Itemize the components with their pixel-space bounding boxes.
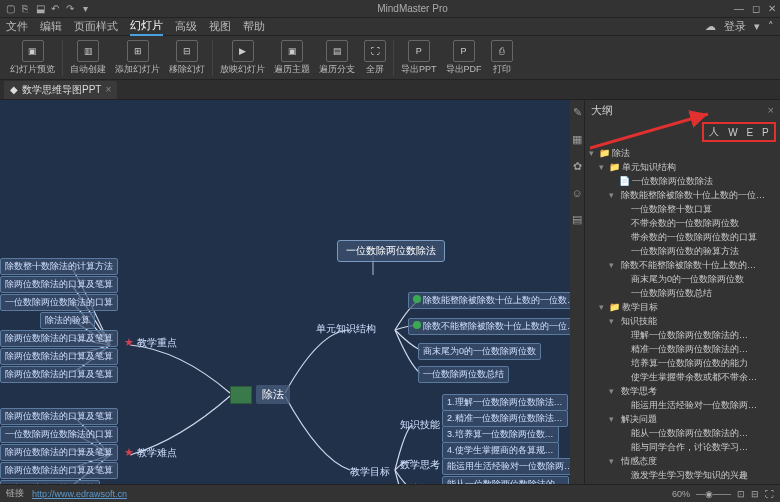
ribbon-slide-preview[interactable]: ▣幻灯片预览 (6, 38, 59, 78)
mindmap-node[interactable]: 2.精准一位数除两位数除法… (442, 410, 568, 427)
fit-width-icon[interactable]: ⊟ (751, 489, 759, 499)
outline-row[interactable]: ▾情感态度 (589, 454, 776, 468)
ribbon-browse-branch[interactable]: ▤遍历分支 (315, 38, 359, 78)
outline-row[interactable]: 📄一位数除两位数除法 (589, 174, 776, 188)
outline-row[interactable]: 精准一位数除两位数除法的… (589, 342, 776, 356)
qat-redo-icon[interactable]: ↷ (64, 3, 76, 15)
outline-tool-person[interactable]: 人 (709, 125, 719, 139)
branch-teaching-goal[interactable]: 教学目标 (350, 465, 390, 479)
subgroup-label[interactable]: 解决问题 (400, 482, 440, 484)
outline-row[interactable]: 一位数除整十数口算 (589, 202, 776, 216)
sidebar-icons-icon[interactable]: ☺ (571, 187, 582, 199)
mindmap-node[interactable]: 能从一位数除两位数除法的… (442, 476, 569, 484)
mindmap-node[interactable]: 除两位数除法的口算及笔算 (0, 366, 118, 383)
ribbon-remove-slide[interactable]: ⊟移除幻灯 (165, 38, 209, 78)
chevron-down-icon[interactable]: ▾ (754, 20, 760, 33)
outline-row[interactable]: 一位数除两位数的验算方法 (589, 244, 776, 258)
status-url-link[interactable]: http://www.edrawsoft.cn (32, 489, 127, 499)
outline-row[interactable]: 能与同学合作，讨论数学习… (589, 440, 776, 454)
outline-row[interactable]: ▾数学思考 (589, 384, 776, 398)
fullscreen-icon[interactable]: ⛶ (765, 489, 774, 499)
mindmap-node[interactable]: 除两位数除法的口算及笔算 (0, 348, 118, 365)
mindmap-node[interactable]: 除两位数除法的口算及笔算 (0, 408, 118, 425)
outline-row[interactable]: ▾📁除法 (589, 146, 776, 160)
outline-row[interactable]: ▾知识技能 (589, 314, 776, 328)
branch-teaching-difficulty[interactable]: ★ 教学难点 (124, 446, 177, 460)
mindmap-node[interactable]: 除两位数除法的口算及笔算 (0, 444, 118, 461)
sidebar-clipart-icon[interactable]: ✿ (573, 160, 582, 173)
outline-row[interactable]: 使学生掌握带余数或都不带余… (589, 370, 776, 384)
branch-teaching-focus[interactable]: ★ 教学重点 (124, 336, 177, 350)
outline-row[interactable]: 培养算一位数除两位数的能力 (589, 356, 776, 370)
ribbon-fullscreen[interactable]: ⛶全屏 (360, 38, 390, 78)
subgroup-label[interactable]: 数学思考 (400, 458, 440, 472)
ribbon-add-slide[interactable]: ⊞添加幻灯片 (111, 38, 164, 78)
menu-pagestyle[interactable]: 页面样式 (74, 19, 118, 34)
ribbon-print[interactable]: ⎙打印 (487, 38, 517, 78)
mindmap-node[interactable]: 一位数除两位数除法的口算 (0, 426, 118, 443)
sidebar-style-icon[interactable]: ✎ (573, 106, 582, 119)
outline-row[interactable]: ▾除数能整除被除数十位上数的一位… (589, 188, 776, 202)
cloud-icon[interactable]: ☁ (705, 20, 716, 33)
mindmap-node[interactable]: 除两位数除法的口算及笔算 (0, 462, 118, 479)
zoom-slider[interactable]: —◉—— (696, 489, 731, 499)
mindmap-node[interactable]: 能运用生活经验对一位数除两… (442, 458, 570, 475)
login-button[interactable]: 登录 (724, 19, 746, 34)
mindmap-node[interactable]: 一位数除两位数除法的口算 (0, 294, 118, 311)
mindmap-node[interactable]: 除数除法的口算及笔算 (0, 480, 100, 484)
qat-save-icon[interactable]: ⬓ (34, 3, 46, 15)
ribbon-play-slide[interactable]: ▶放映幻灯片 (216, 38, 269, 78)
mindmap-canvas[interactable]: 一位数除两位数除法 除法 ★ 教学重点 ★ 教学难点 单元知识结构 教学目标 除… (0, 100, 570, 484)
mindmap-node[interactable]: 一位数除两位数总结 (418, 366, 509, 383)
menu-slideshow[interactable]: 幻灯片 (130, 18, 163, 36)
mindmap-node[interactable]: 除法的验算 (40, 312, 95, 329)
mindmap-node[interactable]: 除两位数除法的口算及笔算 (0, 330, 118, 347)
mindmap-node[interactable]: 商末尾为0的一位数除两位数 (418, 343, 541, 360)
qat-dropdown-icon[interactable]: ▾ (79, 3, 91, 15)
outline-row[interactable]: 培养学生学习数学知识的能力 (589, 482, 776, 484)
minimize-icon[interactable]: — (734, 3, 744, 14)
ribbon-export-pdf[interactable]: P导出PDF (442, 38, 486, 78)
subgroup-label[interactable]: 知识技能 (400, 418, 440, 432)
outline-tool-excel[interactable]: E (746, 127, 753, 138)
mindmap-node[interactable]: 4.使学生掌握商的各算规… (442, 442, 559, 459)
menu-edit[interactable]: 编辑 (40, 19, 62, 34)
qat-new-icon[interactable]: ▢ (4, 3, 16, 15)
mindmap-callout[interactable]: 一位数除两位数除法 (337, 240, 445, 262)
sidebar-layout-icon[interactable]: ▦ (572, 133, 582, 146)
outline-row[interactable]: 带余数的一位数除两位数的口算 (589, 230, 776, 244)
close-icon[interactable]: ✕ (768, 3, 776, 14)
outline-row[interactable]: ▾📁单元知识结构 (589, 160, 776, 174)
menu-file[interactable]: 文件 (6, 19, 28, 34)
outline-row[interactable]: 激发学生学习数学知识的兴趣 (589, 468, 776, 482)
collapse-ribbon-icon[interactable]: ˄ (768, 20, 774, 33)
outline-row[interactable]: 不带余数的一位数除两位数 (589, 216, 776, 230)
outline-row[interactable]: 能运用生活经验对一位数除两… (589, 398, 776, 412)
outline-row[interactable]: ▾除数不能整除被除数十位上数的… (589, 258, 776, 272)
outline-row[interactable]: ▾解决问题 (589, 412, 776, 426)
outline-row[interactable]: ▾📁教学目标 (589, 300, 776, 314)
menu-help[interactable]: 帮助 (243, 19, 265, 34)
mindmap-node[interactable]: 1.理解一位数除两位数除法… (442, 394, 568, 411)
outline-row[interactable]: 理解一位数除两位数除法的… (589, 328, 776, 342)
mindmap-node[interactable]: 3.培养算一位数除两位数… (442, 426, 559, 443)
maximize-icon[interactable]: ◻ (752, 3, 760, 14)
ribbon-auto-create[interactable]: ▥自动创建 (66, 38, 110, 78)
sidebar-outline-icon[interactable]: ▤ (572, 213, 582, 226)
mindmap-node[interactable]: 除两位数除法的口算及笔算 (0, 276, 118, 293)
outline-tool-word[interactable]: W (728, 127, 737, 138)
outline-tool-ppt[interactable]: P (762, 127, 769, 138)
outline-close-icon[interactable]: × (768, 104, 774, 116)
fit-page-icon[interactable]: ⊡ (737, 489, 745, 499)
outline-row[interactable]: 一位数除两位数总结 (589, 286, 776, 300)
doc-close-icon[interactable]: × (105, 84, 111, 95)
mindmap-center-node[interactable]: 除法 (230, 385, 290, 404)
mindmap-node[interactable]: 除数整十数除法的计算方法 (0, 258, 118, 275)
mindmap-node[interactable]: 除数不能整除被除数十位上数的一位… (408, 318, 570, 335)
status-zoom[interactable]: 60% (672, 489, 690, 499)
qat-open-icon[interactable]: ⎘ (19, 3, 31, 15)
menu-advanced[interactable]: 高级 (175, 19, 197, 34)
ribbon-export-ppt[interactable]: P导出PPT (397, 38, 441, 78)
document-tab[interactable]: ◆ 数学思维导图PPT × (4, 81, 117, 99)
outline-tree[interactable]: ▾📁除法▾📁单元知识结构 📄一位数除两位数除法▾除数能整除被除数十位上数的一位…… (585, 144, 780, 484)
